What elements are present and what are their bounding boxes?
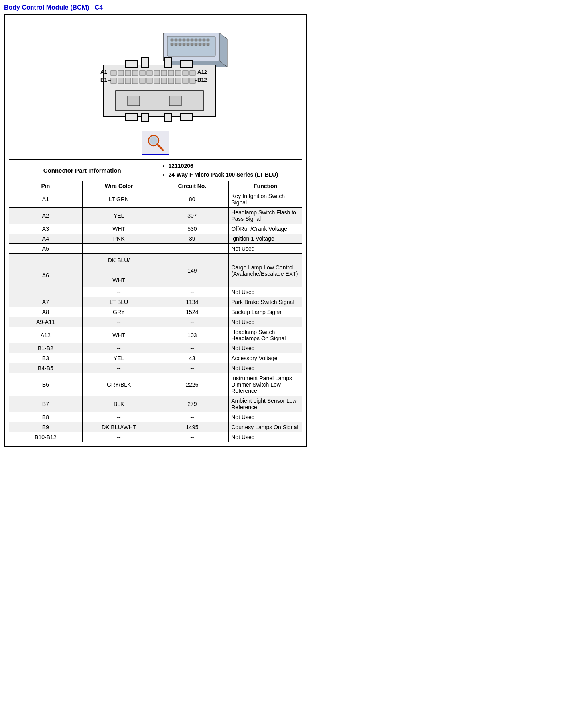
cell-circuit: 530: [156, 224, 229, 234]
svg-rect-44: [190, 70, 195, 76]
cell-circuit: 80: [156, 191, 229, 207]
svg-text:B1: B1: [100, 77, 107, 83]
cell-circuit: 279: [156, 396, 229, 412]
table-row: B3 YEL 43 Accessory Voltage: [9, 353, 302, 363]
cell-wire: YEL: [82, 207, 156, 224]
svg-rect-42: [175, 70, 181, 76]
cell-circuit: --: [156, 287, 229, 297]
svg-rect-25: [126, 60, 138, 67]
cell-circuit: --: [156, 363, 229, 373]
svg-rect-17: [191, 43, 193, 46]
cell-pin: B1-B2: [9, 343, 83, 353]
cell-pin: B4-B5: [9, 363, 83, 373]
main-content: A1 A12 B1 B12 Connector P: [4, 14, 307, 447]
svg-rect-51: [154, 78, 160, 84]
svg-rect-66: [128, 96, 140, 106]
svg-rect-38: [147, 70, 152, 76]
svg-rect-48: [132, 78, 138, 84]
svg-line-70: [157, 144, 163, 150]
svg-rect-53: [168, 78, 174, 84]
svg-rect-39: [154, 70, 160, 76]
cell-wire: BLK: [82, 396, 156, 412]
svg-rect-37: [140, 70, 145, 76]
magnify-box[interactable]: [142, 131, 169, 155]
table-row: B6 GRY/BLK 2226 Instrument Panel Lamps D…: [9, 373, 302, 396]
cell-pin: B8: [9, 412, 83, 422]
table-row: A6 DK BLU/WHT 149 Cargo Lamp Low Control…: [9, 253, 302, 287]
svg-rect-31: [165, 114, 172, 122]
header-function: Function: [229, 181, 302, 191]
cell-circuit: 1524: [156, 307, 229, 317]
svg-rect-52: [161, 78, 167, 84]
cell-pin: A8: [9, 307, 83, 317]
svg-rect-3: [175, 39, 177, 41]
cell-function: Ignition 1 Voltage: [229, 234, 302, 243]
cell-function: Not Used: [229, 343, 302, 353]
cell-function: Not Used: [229, 432, 302, 442]
header-circuit-no: Circuit No.: [156, 181, 229, 191]
svg-rect-34: [118, 70, 124, 76]
svg-rect-67: [169, 96, 181, 106]
table-row: B7 BLK 279 Ambient Light Sensor Low Refe…: [9, 396, 302, 412]
cell-circuit: 149: [156, 253, 229, 287]
magnify-icon-container[interactable]: [9, 131, 302, 155]
svg-text:A1: A1: [100, 69, 107, 75]
cell-function: Park Brake Switch Signal: [229, 297, 302, 307]
svg-text:A12: A12: [197, 69, 207, 75]
table-row: B9 DK BLU/WHT 1495 Courtesy Lamps On Sig…: [9, 422, 302, 432]
cell-wire: WHT: [82, 224, 156, 234]
svg-rect-12: [171, 43, 173, 46]
cell-circuit: --: [156, 317, 229, 327]
cell-function: Instrument Panel Lamps Dimmer Switch Low…: [229, 373, 302, 396]
connector-diagram: A1 A12 B1 B12: [9, 19, 302, 131]
cell-function: Off/Run/Crank Voltage: [229, 224, 302, 234]
connector-info-row: Connector Part Information 12110206 24-W…: [9, 160, 302, 181]
svg-rect-14: [179, 43, 181, 46]
cell-function: Backup Lamp Signal: [229, 307, 302, 317]
cell-pin: B6: [9, 373, 83, 396]
connector-svg: A1 A12 B1 B12: [80, 29, 231, 125]
svg-rect-46: [118, 78, 124, 84]
svg-rect-35: [125, 70, 131, 76]
svg-rect-6: [187, 39, 189, 41]
svg-rect-56: [190, 78, 195, 84]
svg-rect-50: [147, 78, 152, 84]
cell-wire: --: [82, 432, 156, 442]
table-row: A4 PNK 39 Ignition 1 Voltage: [9, 234, 302, 243]
table-row: A7 LT BLU 1134 Park Brake Switch Signal: [9, 297, 302, 307]
table-row: A12 WHT 103 Headlamp Switch Headlamps On…: [9, 327, 302, 343]
cell-circuit: 1134: [156, 297, 229, 307]
part-description: 24-Way F Micro-Pack 100 Series (LT BLU): [169, 170, 300, 179]
cell-wire: LT BLU: [82, 297, 156, 307]
cell-wire: LT GRN: [82, 191, 156, 207]
cell-wire: --: [82, 412, 156, 422]
cell-pin: A9-A11: [9, 317, 83, 327]
svg-rect-41: [168, 70, 174, 76]
cell-pin: A12: [9, 327, 83, 343]
cell-wire: DK BLU/WHT: [82, 422, 156, 432]
cell-circuit: 1495: [156, 422, 229, 432]
cell-pin: A2: [9, 207, 83, 224]
cell-function: Not Used: [229, 412, 302, 422]
connector-info-label: Connector Part Information: [9, 160, 156, 181]
svg-text:B12: B12: [197, 77, 207, 83]
svg-rect-13: [175, 43, 177, 46]
table-row: A8 GRY 1524 Backup Lamp Signal: [9, 307, 302, 317]
svg-rect-26: [142, 58, 149, 67]
svg-rect-19: [199, 43, 201, 46]
cell-function: Not Used: [229, 243, 302, 253]
svg-rect-40: [161, 70, 167, 76]
svg-rect-18: [195, 43, 197, 46]
cell-wire: --: [82, 343, 156, 353]
svg-rect-16: [187, 43, 189, 46]
svg-rect-55: [183, 78, 188, 84]
cell-circuit: 43: [156, 353, 229, 363]
table-row: A5 -- -- Not Used: [9, 243, 302, 253]
cell-function: Headlamp Switch Headlamps On Signal: [229, 327, 302, 343]
cell-pin: B3: [9, 353, 83, 363]
cell-function: Courtesy Lamps On Signal: [229, 422, 302, 432]
cell-pin: A1: [9, 191, 83, 207]
cell-circuit: 103: [156, 327, 229, 343]
page-title: Body Control Module (BCM) - C4: [4, 4, 307, 11]
cell-wire: WHT: [82, 327, 156, 343]
